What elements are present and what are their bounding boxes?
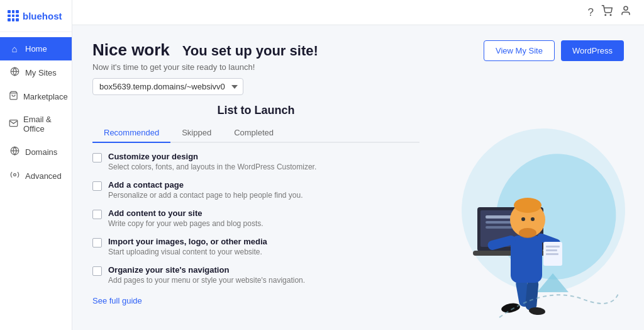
svg-point-26 bbox=[514, 198, 541, 213]
checkbox-organize-nav[interactable] bbox=[92, 266, 102, 276]
email-icon bbox=[9, 118, 18, 130]
marketplace-icon bbox=[9, 91, 18, 102]
svg-marker-11 bbox=[537, 273, 569, 292]
svg-point-28 bbox=[521, 217, 525, 221]
tab-skipped[interactable]: Skipped bbox=[170, 123, 223, 143]
item-title-contact-page: Add a contact page bbox=[108, 180, 303, 190]
svg-point-20 bbox=[501, 302, 521, 314]
my-sites-icon bbox=[9, 67, 20, 78]
nice-work-text: Nice work bbox=[92, 40, 170, 60]
svg-rect-16 bbox=[486, 226, 530, 229]
sidebar-logo: bluehost bbox=[0, 0, 72, 32]
see-full-guide-link[interactable]: See full guide bbox=[92, 296, 142, 305]
svg-rect-23 bbox=[487, 234, 516, 251]
hero-illustration bbox=[418, 110, 631, 324]
sidebar-item-home[interactable]: ⌂ Home bbox=[0, 37, 72, 60]
item-title-import-media: Import your images, logo, or other media bbox=[108, 237, 267, 246]
item-desc-organize-nav: Add pages to your menu or style your web… bbox=[108, 276, 305, 285]
svg-rect-12 bbox=[477, 207, 543, 251]
svg-rect-30 bbox=[543, 242, 562, 266]
domain-select[interactable]: box5639.temp.domains/~websivv0 bbox=[92, 78, 243, 95]
logo-grid-icon bbox=[8, 10, 19, 21]
checkbox-add-content[interactable] bbox=[92, 210, 102, 219]
checklist-item-import-media[interactable]: Import your images, logo, or other media… bbox=[92, 237, 419, 256]
tab-recommended[interactable]: Recommended bbox=[92, 123, 170, 143]
checklist-item-add-content[interactable]: Add content to your site Write copy for … bbox=[92, 208, 419, 228]
item-title-customize-design: Customize your design bbox=[108, 152, 316, 161]
svg-point-27 bbox=[519, 228, 536, 238]
advanced-icon bbox=[9, 170, 20, 181]
sidebar-item-advanced[interactable]: Advanced bbox=[0, 164, 72, 188]
sidebar-item-home-label: Home bbox=[25, 44, 47, 54]
svg-rect-24 bbox=[536, 232, 562, 248]
tabs: Recommended Skipped Completed bbox=[92, 123, 419, 143]
svg-point-10 bbox=[482, 140, 630, 293]
item-desc-add-content: Write copy for your web pages and blog p… bbox=[108, 219, 264, 228]
svg-rect-17 bbox=[473, 251, 548, 256]
svg-point-9 bbox=[438, 110, 631, 316]
svg-rect-13 bbox=[480, 210, 540, 247]
svg-point-8 bbox=[624, 6, 628, 10]
topbar: ? bbox=[72, 0, 644, 25]
item-title-add-content: Add content to your site bbox=[108, 208, 264, 218]
svg-rect-19 bbox=[525, 278, 539, 310]
item-title-organize-nav: Organize your site's navigation bbox=[108, 265, 305, 275]
main-content: ? View My Site WordPress Nice work You s… bbox=[72, 0, 644, 330]
sidebar-item-my-sites-label: My Sites bbox=[25, 68, 57, 77]
hero-description: Now it's time to get your site ready to … bbox=[92, 62, 624, 72]
svg-point-29 bbox=[531, 217, 535, 221]
svg-rect-18 bbox=[515, 278, 531, 307]
sidebar-item-email-office[interactable]: Email & Office bbox=[0, 108, 72, 140]
user-icon[interactable] bbox=[620, 5, 631, 20]
checkbox-customize-design[interactable] bbox=[92, 153, 102, 162]
svg-rect-14 bbox=[486, 215, 523, 219]
checklist: Customize your design Select colors, fon… bbox=[92, 152, 419, 285]
svg-point-25 bbox=[510, 202, 545, 237]
home-icon: ⌂ bbox=[9, 43, 20, 54]
sidebar-item-email-label: Email & Office bbox=[23, 115, 63, 134]
tab-completed[interactable]: Completed bbox=[223, 123, 285, 143]
list-to-launch-section: List to Launch Recommended Skipped Compl… bbox=[92, 104, 419, 306]
svg-rect-32 bbox=[546, 249, 557, 251]
checkbox-contact-page[interactable] bbox=[92, 181, 102, 191]
item-desc-import-media: Start uploading visual content to your w… bbox=[108, 248, 267, 256]
svg-rect-15 bbox=[486, 221, 514, 224]
sidebar-item-marketplace-label: Marketplace bbox=[23, 92, 68, 101]
sidebar-item-my-sites[interactable]: My Sites bbox=[0, 60, 72, 84]
cart-icon[interactable] bbox=[601, 5, 613, 20]
list-to-launch-title: List to Launch bbox=[92, 104, 419, 117]
svg-point-7 bbox=[610, 14, 611, 16]
checklist-item-organize-nav[interactable]: Organize your site's navigation Add page… bbox=[92, 265, 419, 285]
domain-selector-wrap: box5639.temp.domains/~websivv0 bbox=[92, 78, 624, 95]
svg-rect-31 bbox=[546, 246, 560, 248]
sidebar-item-domains-label: Domains bbox=[25, 147, 57, 157]
illustration-svg bbox=[418, 110, 631, 324]
svg-point-5 bbox=[13, 174, 16, 176]
logo-text: bluehost bbox=[23, 11, 62, 21]
svg-point-21 bbox=[529, 307, 546, 316]
svg-rect-22 bbox=[511, 236, 542, 283]
checkbox-import-media[interactable] bbox=[92, 238, 102, 248]
help-icon[interactable]: ? bbox=[588, 6, 594, 19]
checklist-item-contact-page[interactable]: Add a contact page Personalize or add a … bbox=[92, 180, 419, 200]
item-desc-customize-design: Select colors, fonts, and layouts in the… bbox=[108, 162, 316, 171]
svg-point-6 bbox=[605, 14, 606, 16]
sidebar-item-marketplace[interactable]: Marketplace bbox=[0, 84, 72, 108]
sidebar-item-advanced-label: Advanced bbox=[25, 171, 62, 181]
action-buttons: View My Site WordPress bbox=[484, 40, 624, 61]
hero-subtitle-text: You set up your site! bbox=[182, 43, 318, 59]
sidebar-nav: ⌂ Home My Sites Marketplace Email & Offi… bbox=[0, 32, 72, 193]
wordpress-button[interactable]: WordPress bbox=[561, 40, 624, 61]
view-my-site-button[interactable]: View My Site bbox=[484, 40, 555, 61]
item-desc-contact-page: Personalize or add a contact page to hel… bbox=[108, 191, 303, 200]
content-area: View My Site WordPress Nice work You set… bbox=[72, 25, 644, 330]
sidebar: bluehost ⌂ Home My Sites Marketplace Ema… bbox=[0, 0, 72, 330]
svg-rect-33 bbox=[546, 253, 558, 255]
sidebar-item-domains[interactable]: Domains bbox=[0, 140, 72, 164]
domains-icon bbox=[9, 146, 20, 157]
checklist-item-customize-design[interactable]: Customize your design Select colors, fon… bbox=[92, 152, 419, 171]
